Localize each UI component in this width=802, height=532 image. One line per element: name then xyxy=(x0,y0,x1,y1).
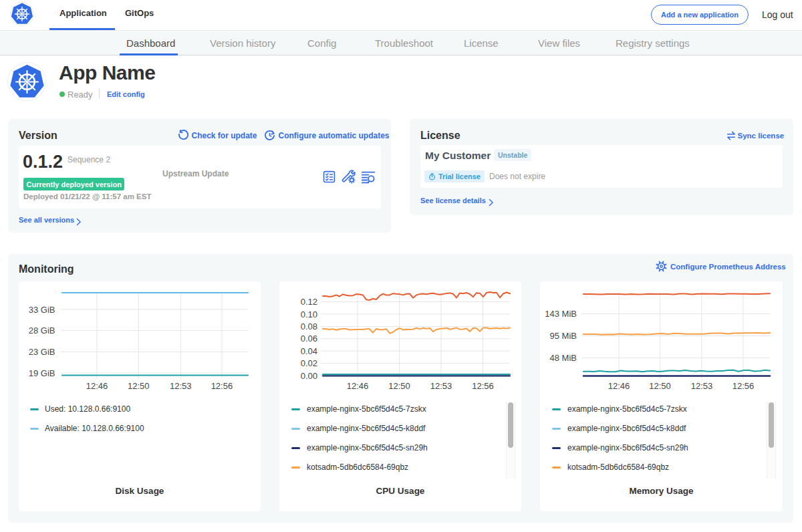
svg-text:0.10: 0.10 xyxy=(301,309,317,319)
svg-text:95 MiB: 95 MiB xyxy=(550,331,577,341)
svg-text:12:56: 12:56 xyxy=(472,381,494,391)
svg-text:48 MiB: 48 MiB xyxy=(550,353,577,363)
svg-text:12:46: 12:46 xyxy=(86,381,108,391)
svg-text:12:53: 12:53 xyxy=(691,381,713,391)
svg-text:12:50: 12:50 xyxy=(649,381,671,391)
svg-text:12:53: 12:53 xyxy=(430,381,452,391)
svg-text:19 GiB: 19 GiB xyxy=(29,368,55,378)
svg-text:12:46: 12:46 xyxy=(608,381,630,391)
svg-text:0.06: 0.06 xyxy=(301,334,317,344)
svg-text:12:46: 12:46 xyxy=(347,381,369,391)
svg-text:0.08: 0.08 xyxy=(301,321,317,331)
svg-text:0.02: 0.02 xyxy=(301,358,317,368)
svg-text:12:50: 12:50 xyxy=(128,381,150,391)
svg-text:12:56: 12:56 xyxy=(211,381,233,391)
svg-text:12:50: 12:50 xyxy=(388,381,410,391)
svg-text:23 GiB: 23 GiB xyxy=(29,347,55,357)
svg-text:12:56: 12:56 xyxy=(732,381,755,391)
svg-text:0.00: 0.00 xyxy=(301,371,317,381)
svg-text:28 GiB: 28 GiB xyxy=(29,325,55,336)
svg-text:33 GiB: 33 GiB xyxy=(29,305,55,315)
svg-text:0.12: 0.12 xyxy=(301,297,317,307)
svg-text:12:53: 12:53 xyxy=(170,381,192,391)
svg-text:143 MiB: 143 MiB xyxy=(545,309,577,319)
svg-text:0.04: 0.04 xyxy=(301,346,317,356)
